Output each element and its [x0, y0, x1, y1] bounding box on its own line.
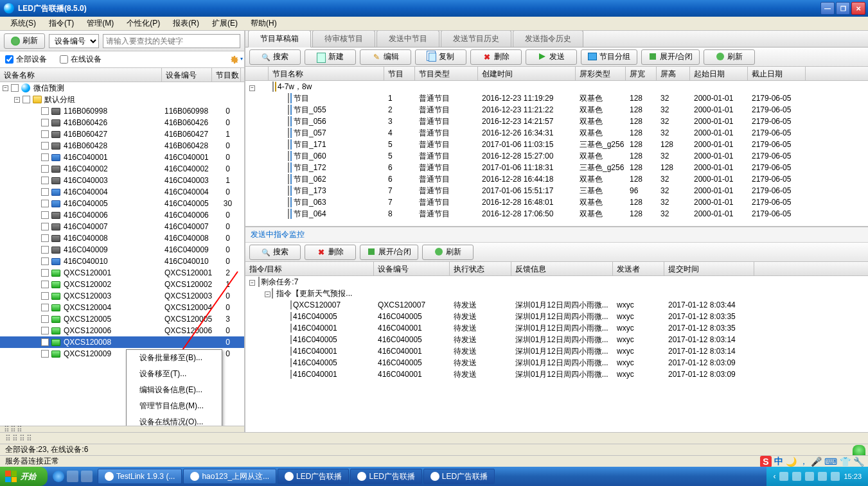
tree-checkbox[interactable]	[41, 304, 49, 311]
command-row[interactable]: 416C040005416C040005待发送深圳01月12日周四小雨微...w…	[245, 357, 868, 369]
tree-checkbox[interactable]	[288, 209, 289, 219]
tree-row[interactable]: 416C040005416C04000530	[0, 198, 244, 209]
tray-icon[interactable]	[792, 472, 801, 481]
tree-checkbox[interactable]	[41, 350, 49, 358]
program-row[interactable]: 节目_0637普通节目2016-12-28 16:48:01双基色1283220…	[245, 196, 868, 208]
col-program-type[interactable]: 节目类型	[415, 67, 478, 80]
clock[interactable]: 15:23	[844, 473, 862, 480]
tray-icon[interactable]	[779, 472, 788, 481]
device-tree[interactable]: −微信预测 −默认分组116B060998116B0609980416B0604…	[0, 82, 244, 426]
tree-checkbox[interactable]	[41, 107, 49, 115]
col-submit-time[interactable]: 提交时间	[664, 262, 754, 275]
program-row[interactable]: 节目_0648普通节目2016-12-28 17:06:50双基色1283220…	[245, 208, 868, 220]
tray-icon[interactable]	[805, 472, 814, 481]
col-sender[interactable]: 发送者	[613, 262, 664, 275]
col-width[interactable]: 屏宽	[626, 67, 657, 80]
tree-checkbox[interactable]	[41, 188, 49, 196]
group-button[interactable]: 节目分组	[581, 49, 637, 65]
tree-checkbox[interactable]	[41, 269, 49, 277]
tree-row[interactable]: QXCS120006QXCS1200060	[0, 325, 244, 336]
col-screen-color[interactable]: 屏彩类型	[576, 67, 626, 80]
command-row[interactable]: QXCS120007QXCS120007待发送深圳01月12日周四小雨微...w…	[245, 299, 868, 311]
tree-checkbox[interactable]	[288, 139, 289, 150]
tree-checkbox[interactable]	[288, 128, 289, 138]
tree-row[interactable]: 116B060998116B0609980	[0, 105, 244, 117]
tree-checkbox[interactable]	[290, 335, 292, 344]
send-button[interactable]: 发送	[526, 49, 577, 65]
col-end[interactable]: 截止日期	[748, 67, 806, 80]
tree-checkbox[interactable]	[41, 130, 49, 138]
tree-checkbox[interactable]	[41, 246, 49, 254]
program-row[interactable]: 节目_0552普通节目2016-12-23 11:21:22双基色1283220…	[245, 104, 868, 116]
col-program-name[interactable]: 节目名称	[269, 67, 384, 80]
tab-send-history[interactable]: 发送节目历史	[441, 31, 511, 47]
tree-row[interactable]: 416B060428416B0604280	[0, 140, 244, 152]
ql-app-icon[interactable]	[81, 471, 93, 482]
tree-row[interactable]: 416C040002416C0400020	[0, 163, 244, 175]
tree-checkbox[interactable]	[41, 165, 49, 173]
col-program-num[interactable]: 节目号	[384, 67, 415, 80]
tab-cmd-history[interactable]: 发送指令历史	[513, 31, 583, 47]
tree-checkbox[interactable]	[22, 96, 30, 103]
menu-extend[interactable]: 扩展(E)	[207, 17, 243, 30]
filter-field-select[interactable]: 设备编号	[49, 34, 99, 48]
tree-checkbox[interactable]	[41, 257, 49, 265]
menu-command[interactable]: 指令(T)	[44, 17, 79, 30]
tray-icon[interactable]	[831, 472, 840, 481]
tree-row[interactable]: 416C040010416C0400100	[0, 256, 244, 267]
new-button[interactable]: 新建	[305, 49, 356, 65]
tree-checkbox[interactable]	[41, 327, 49, 334]
command-row[interactable]: 416C040001416C040001待发送深圳01月12日周四小雨微...w…	[245, 322, 868, 334]
tree-checkbox[interactable]	[290, 370, 292, 379]
tree-checkbox[interactable]	[288, 197, 289, 207]
keyboard-icon[interactable]: ⌨	[824, 456, 837, 467]
tree-row[interactable]: −微信预测	[0, 82, 244, 94]
punct-icon[interactable]: ，	[799, 456, 808, 467]
tree-checkbox[interactable]	[290, 347, 292, 356]
tree-checkbox[interactable]	[288, 151, 289, 161]
skin-icon[interactable]: 👕	[840, 456, 851, 467]
taskbar-item[interactable]: LED广告联播	[350, 469, 421, 484]
tree-checkbox[interactable]	[290, 324, 292, 333]
tree-row[interactable]: 416C040008416C0400080	[0, 232, 244, 244]
command-row[interactable]: 416C040005416C040005待发送深圳01月12日周四小雨微...w…	[245, 334, 868, 345]
tree-checkbox[interactable]	[41, 315, 49, 323]
remain-task-row[interactable]: − 剩余任务:7	[245, 276, 868, 288]
search-button[interactable]: 搜索	[249, 49, 301, 65]
taskbar-item[interactable]: hao123_上网从这...	[183, 469, 276, 484]
settings-icon[interactable]: ▾	[229, 55, 239, 65]
menu-help[interactable]: 帮助(H)	[245, 17, 282, 30]
tree-toggle[interactable]: −	[249, 280, 255, 286]
tray-expand-icon[interactable]: ‹	[773, 472, 775, 481]
tree-checkbox[interactable]	[11, 84, 19, 92]
col-start[interactable]: 起始日期	[690, 67, 748, 80]
program-row[interactable]: 节目_0605普通节目2016-12-28 15:27:00双基色1283220…	[245, 150, 868, 162]
tree-checkbox[interactable]	[288, 93, 289, 103]
ime-lang[interactable]: 中	[774, 456, 783, 467]
program-folder-row[interactable]: −4-7w，8w	[245, 81, 868, 92]
close-button[interactable]: ✕	[851, 2, 865, 15]
ql-ie-icon[interactable]	[53, 471, 64, 482]
command-row[interactable]: 416C040001416C040001待发送深圳01月12日周四小雨微...w…	[245, 369, 868, 380]
ql-desktop-icon[interactable]	[67, 471, 78, 482]
tree-checkbox[interactable]	[288, 105, 289, 115]
col-cmd-target[interactable]: 指令/目标	[245, 262, 374, 275]
expand-button[interactable]: 展开/合闭	[641, 49, 700, 65]
monitor-delete-button[interactable]: 删除	[305, 245, 356, 260]
tree-checkbox[interactable]	[41, 223, 49, 230]
tree-checkbox[interactable]	[290, 312, 292, 321]
copy-button[interactable]: 复制	[415, 49, 466, 65]
tree-checkbox[interactable]	[41, 281, 49, 288]
tree-checkbox[interactable]	[290, 300, 292, 309]
command-grid[interactable]: − 剩余任务:7− 指令【更新天气预报... QXCS120007QXCS120…	[245, 276, 868, 432]
tree-row[interactable]: 416C040006416C0400060	[0, 209, 244, 221]
tree-row[interactable]: 416C040001416C0400010	[0, 152, 244, 163]
col-height[interactable]: 屏高	[657, 67, 690, 80]
tree-checkbox[interactable]	[290, 358, 292, 367]
tree-checkbox[interactable]	[288, 162, 289, 173]
taskbar-item[interactable]: LED广告联播	[423, 469, 495, 484]
tree-row[interactable]: 416C040004416C0400040	[0, 186, 244, 198]
minimize-button[interactable]: —	[820, 2, 835, 15]
tray-icon[interactable]	[818, 472, 827, 481]
tree-checkbox[interactable]	[41, 234, 49, 242]
